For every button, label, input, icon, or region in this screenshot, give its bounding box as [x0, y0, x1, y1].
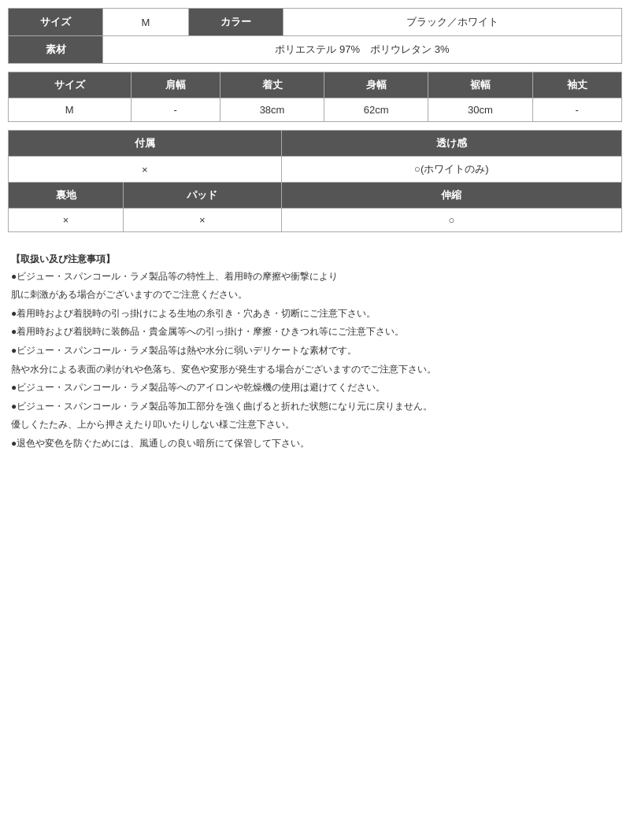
note-item-9: 優しくたたみ、上から押さえたり叩いたりしない様ご注意下さい。	[11, 416, 619, 434]
material-value: ポリエステル 97% ポリウレタン 3%	[103, 36, 622, 64]
color-value: ブラック／ホワイト	[283, 9, 621, 36]
size-row-size: M	[9, 98, 132, 122]
length-col-header: 着丈	[220, 72, 324, 98]
note-item-1: ●ビジュー・スパンコール・ラメ製品等の特性上、着用時の摩擦や衝撃により	[11, 268, 619, 286]
accessory-value: ×	[9, 157, 282, 183]
size-table: サイズ 肩幅 着丈 身幅 裾幅 袖丈 M - 38cm 62cm 30cm -	[8, 72, 622, 122]
note-item-6: 熱や水分による表面の剥がれや色落ち、変色や変形が発生する場合がございますのでご注…	[11, 361, 619, 379]
size-row-hem: 30cm	[428, 98, 532, 122]
note-item-3: ●着用時および着脱時の引っ掛けによる生地の糸引き・穴あき・切断にご注意下さい。	[11, 305, 619, 323]
notes-section: 【取扱い及び注意事項】 ●ビジュー・スパンコール・ラメ製品等の特性上、着用時の摩…	[8, 245, 622, 461]
note-item-4: ●着用時および着脱時に装飾品・貴金属等への引っ掛け・摩擦・ひきつれ等にご注意下さ…	[11, 324, 619, 341]
size-row-body: 62cm	[324, 98, 428, 122]
material-label: 素材	[9, 36, 103, 64]
detail-table: 付属 透け感 × ○(ホワイトのみ) 裏地 パッド 伸縮 × × ○	[8, 130, 622, 232]
size-row-shoulder: -	[131, 98, 220, 122]
note-item-7: ●ビジュー・スパンコール・ラメ製品等へのアイロンや乾燥機の使用は避けてください。	[11, 379, 619, 397]
shoulder-col-header: 肩幅	[131, 72, 220, 98]
size-row-length: 38cm	[220, 98, 324, 122]
lining-header: 裏地	[9, 183, 124, 209]
size-label: サイズ	[9, 9, 103, 36]
body-col-header: 身幅	[324, 72, 428, 98]
hem-col-header: 裾幅	[428, 72, 532, 98]
size-col-header: サイズ	[9, 72, 132, 98]
notes-title: 【取扱い及び注意事項】	[11, 253, 115, 265]
product-info-section: サイズ M カラー ブラック／ホワイト 素材 ポリエステル 97% ポリウレタン…	[8, 8, 622, 461]
size-value: M	[103, 9, 189, 36]
size-row-sleeve: -	[532, 98, 621, 122]
size-row: M - 38cm 62cm 30cm -	[9, 98, 622, 122]
top-info-table: サイズ M カラー ブラック／ホワイト 素材 ポリエステル 97% ポリウレタン…	[8, 8, 622, 64]
color-label: カラー	[188, 9, 283, 36]
transparency-value: ○(ホワイトのみ)	[281, 157, 621, 183]
accessory-header: 付属	[9, 131, 282, 157]
note-item-8: ●ビジュー・スパンコール・ラメ製品等加工部分を強く曲げると折れた状態になり元に戻…	[11, 398, 619, 416]
note-item-2: 肌に刺激がある場合がございますのでご注意ください。	[11, 287, 619, 304]
pad-value: ×	[124, 209, 281, 232]
sleeve-col-header: 袖丈	[532, 72, 621, 98]
note-item-10: ●退色や変色を防ぐためには、風通しの良い暗所にて保管して下さい。	[11, 435, 619, 453]
transparency-header: 透け感	[281, 131, 621, 157]
pad-header: パッド	[124, 183, 281, 209]
stretch-value: ○	[281, 209, 621, 232]
lining-value: ×	[9, 209, 124, 232]
stretch-header: 伸縮	[281, 183, 621, 209]
note-item-5: ●ビジュー・スパンコール・ラメ製品等は熱や水分に弱いデリケートな素材です。	[11, 342, 619, 360]
